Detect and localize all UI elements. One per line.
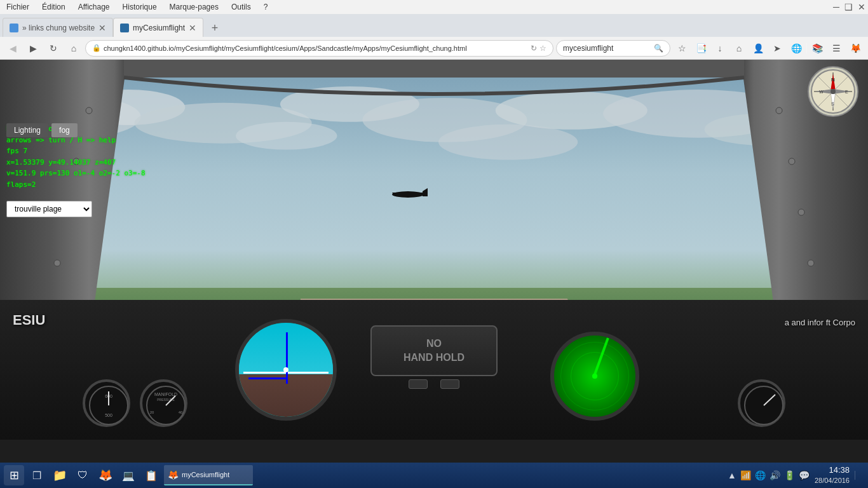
tab-favicon-links [10,24,18,32]
minimize-button[interactable]: ─ [833,2,839,12]
share-icon[interactable]: ➤ [768,39,786,57]
show-desktop-button[interactable] [855,471,864,480]
fox-icon[interactable]: 🦊 [846,39,864,57]
svg-text:W: W [819,90,824,94]
taskbar: ⊞ ❒ 📁 🛡 🦊 💻 📋 🦊 myCesiumflight ▲ 📶 [0,463,868,488]
task-view-button[interactable]: ❒ [27,465,47,485]
sidebar-icon[interactable]: 📚 [808,39,826,57]
system-tray: ▲ 📶 🌐 🔊 🔋 💬 [728,470,810,480]
search-box[interactable]: mycesiumflight 🔍 [556,40,670,57]
compass-rose: N S E W [808,66,858,117]
home-icon2[interactable]: ⌂ [730,39,748,57]
gauge-1: 600 500 [83,379,130,427]
address-refresh-icon[interactable]: ↻ [531,44,537,53]
no-hand-hold-panel: NOHAND HOLD [370,325,498,376]
file-explorer-button[interactable]: 📁 [50,465,70,485]
menu-historique[interactable]: Historique [119,1,161,13]
menu-marque-pages[interactable]: Marque-pages [166,1,222,13]
svg-marker-13 [392,193,424,196]
taskbar-right: ▲ 📶 🌐 🔊 🔋 💬 14:38 28/04/2016 [728,465,864,485]
address-icon: 🔒 [92,44,101,52]
tab-bar: » links chung website ✕ myCesiumflight ✕… [0,14,868,37]
tray-arrow-icon[interactable]: ▲ [728,470,736,480]
left-overlay-text: ESIU [13,312,45,329]
menu-help[interactable]: ? [260,1,272,13]
star-icon[interactable]: ☆ [673,39,691,57]
profile-icon[interactable]: 👤 [749,39,767,57]
svg-text:500: 500 [105,413,112,417]
gear-selectors [409,379,459,389]
menu-fichier[interactable]: Fichier [3,1,33,13]
message-icon[interactable]: 💬 [799,470,810,480]
svg-marker-14 [423,188,428,196]
svg-text:20: 20 [150,410,154,414]
location-select[interactable]: trouville plage [6,201,92,217]
distant-aircraft [386,185,430,207]
active-app-label: myCesiumflight [182,471,229,478]
svg-text:N: N [831,77,835,83]
nav-bar: ◀ ▶ ↻ ⌂ 🔒 chungkn1400.github.io/myCesium… [0,37,868,60]
download-icon[interactable]: ↓ [711,39,729,57]
menu-bar: Fichier Édition Affichage Historique Mar… [0,0,868,14]
flight-viewport: 600 500 20 40 MANIFOLD PRESSURE [0,60,868,440]
search-icon: 🔍 [654,44,663,53]
bookmark-icon[interactable]: 📑 [692,39,710,57]
tab-links-close[interactable]: ✕ [98,23,106,33]
taskbar-left: ⊞ ❒ 📁 🛡 🦊 💻 📋 🦊 myCesiumflight [4,465,253,485]
forward-button[interactable]: ▶ [24,39,42,57]
reload-button[interactable]: ↻ [44,39,62,57]
browser-toolbar: ☆ 📑 ↓ ⌂ 👤 ➤ 🌐 📚 ☰ 🦊 [673,39,864,57]
address-star-icon[interactable]: ☆ [539,44,546,53]
close-button[interactable]: ✕ [858,2,865,12]
dashboard: 600 500 20 40 MANIFOLD PRESSURE [0,300,868,440]
svg-text:S: S [831,102,834,106]
hud-line3: fps 7 [6,146,146,157]
svg-point-9 [236,122,337,150]
gear-sel-1[interactable] [409,379,428,389]
notes-button[interactable]: 📋 [141,465,161,485]
home-button[interactable]: ⌂ [65,39,83,57]
search-text: mycesiumflight [563,44,613,53]
right-instruments [738,379,785,427]
address-bar[interactable]: 🔒 chungkn1400.github.io/myCesiumflight/m… [85,40,553,57]
left-instruments: 600 500 20 40 MANIFOLD PRESSURE [83,379,187,427]
menu-affichage[interactable]: Affichage [74,1,114,13]
new-tab-button[interactable]: + [206,19,224,37]
maximize-button[interactable]: ❑ [844,2,853,12]
network-icon[interactable]: 📶 [740,470,751,480]
browser-chrome: Fichier Édition Affichage Historique Mar… [0,0,868,60]
start-button[interactable]: ⊞ [4,465,24,485]
menu-edition[interactable]: Édition [38,1,69,13]
menu-icon[interactable]: ☰ [827,39,845,57]
menu-outils[interactable]: Outils [227,1,255,13]
tab-favicon-cesium [120,24,129,32]
taskbar-time-text: 14:38 [815,465,850,476]
wifi-icon[interactable]: 🌐 [755,470,766,480]
pocket-icon[interactable]: 🌐 [787,39,805,57]
lighting-button[interactable]: Lighting [6,123,48,137]
svg-point-49 [831,89,836,94]
firefox-button[interactable]: 🦊 [95,465,116,485]
gauge-2: 20 40 MANIFOLD PRESSURE [140,379,187,427]
svg-text:40: 40 [179,410,183,414]
right-overlay-text: a and infor ft Corpo [785,316,855,329]
back-button[interactable]: ◀ [4,39,22,57]
svg-point-8 [705,114,818,146]
tab-links[interactable]: » links chung website ✕ [3,18,113,37]
battery-icon[interactable]: 🔋 [784,470,795,480]
taskbar-date-text: 28/04/2016 [815,476,850,485]
hud-line5: v=151.9 prs=130 o1=-4 o2=-2 o3=-8 [6,168,146,179]
active-app-firefox[interactable]: 🦊 myCesiumflight [164,465,253,485]
svg-text:E: E [845,90,848,94]
terminal-button[interactable]: 💻 [118,465,139,485]
tab-cesium-close[interactable]: ✕ [189,23,196,33]
taskbar-clock[interactable]: 14:38 28/04/2016 [815,465,850,485]
hud-line4: x=1.53379 y=49.14037 z=407 [6,157,146,168]
center-console: NOHAND HOLD [370,325,498,389]
volume-icon[interactable]: 🔊 [770,470,780,480]
tab-cesium[interactable]: myCesiumflight ✕ [113,18,203,37]
address-text: chungkn1400.github.io/myCesiumflight/myC… [104,44,528,52]
gear-sel-2[interactable] [440,379,459,389]
fog-button[interactable]: fog [51,123,78,137]
security-button[interactable]: 🛡 [72,465,93,485]
